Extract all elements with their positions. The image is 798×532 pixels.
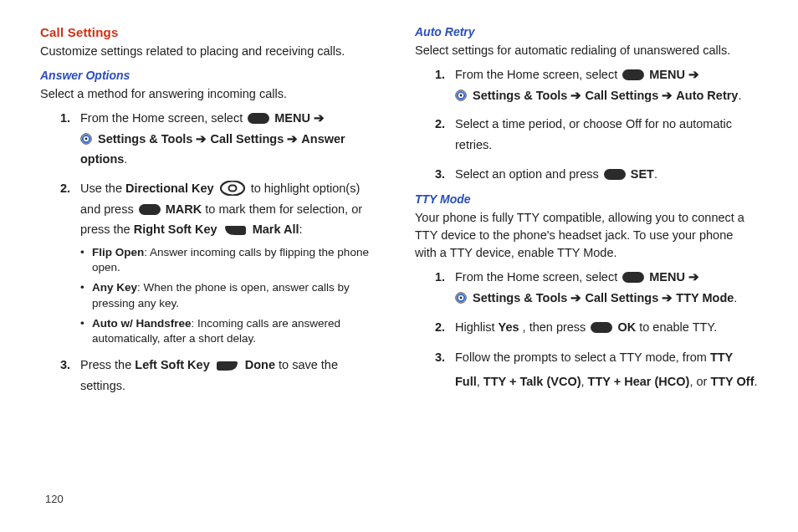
step-number: 2. xyxy=(60,178,70,199)
directional-key-label: Directional Key xyxy=(125,182,214,195)
option-name: Flip Open xyxy=(92,246,144,258)
settings-tools-label: Settings & Tools xyxy=(473,89,570,102)
colon: : xyxy=(299,223,303,236)
auto-retry-intro: Select settings for automatic redialing … xyxy=(415,42,758,59)
settings-tools-icon xyxy=(80,133,92,145)
step-2: 2. Use the Directional Key to highlight … xyxy=(60,178,383,346)
text: to enable TTY. xyxy=(639,320,717,334)
option-name: Any Key xyxy=(92,281,137,294)
step-number: 2. xyxy=(435,114,445,135)
text: Use the xyxy=(80,182,125,195)
call-settings-intro: Customize settings related to placing an… xyxy=(40,43,383,60)
manual-page: Call Settings Customize settings related… xyxy=(0,0,798,532)
right-column: Auto Retry Select settings for automatic… xyxy=(415,25,758,404)
step-2: 2. Highlist Yes , then press OK to enabl… xyxy=(435,317,758,338)
step-number: 2. xyxy=(435,317,445,338)
text: Follow the prompts to select a TTY mode,… xyxy=(455,350,710,364)
settings-tools-icon xyxy=(455,90,467,101)
directional-key-icon xyxy=(220,181,245,196)
period: . xyxy=(654,167,657,181)
step-1: 1. From the Home screen, select MENU ➔ S… xyxy=(60,108,383,170)
text: , then press xyxy=(523,320,590,334)
text: , or xyxy=(689,375,710,388)
menu-label: MENU xyxy=(274,111,314,125)
text: , xyxy=(581,375,588,388)
left-column: Call Settings Customize settings related… xyxy=(40,25,383,404)
step-3: 3. Press the Left Soft Key Done to save … xyxy=(60,355,383,396)
arrow-icon: ➔ xyxy=(688,270,699,284)
tty-hear-label: TTY + Hear (HCO) xyxy=(588,375,690,388)
step-number: 1. xyxy=(60,108,70,129)
text: Select a time period, or choose Off for … xyxy=(455,117,732,151)
call-settings-label: Call Settings xyxy=(585,291,662,304)
step-3: 3. Select an option and press SET. xyxy=(435,164,758,185)
tty-intro: Your phone is fully TTY compatible, allo… xyxy=(415,209,758,262)
tty-off-label: TTY Off xyxy=(710,375,754,388)
heading-answer-options: Answer Options xyxy=(40,69,383,82)
arrow-icon: ➔ xyxy=(314,111,325,125)
settings-tools-label: Settings & Tools xyxy=(98,132,196,146)
step-number: 3. xyxy=(435,345,445,370)
heading-tty-mode: TTY Mode xyxy=(415,192,758,206)
settings-tools-icon xyxy=(455,292,467,304)
ok-key-icon xyxy=(622,272,644,283)
right-soft-key-label: Right Soft Key xyxy=(134,223,217,236)
answer-options-list: Flip Open: Answer incoming calls by flip… xyxy=(80,245,383,346)
call-settings-label: Call Settings xyxy=(210,132,287,146)
left-soft-key-icon xyxy=(216,360,239,371)
left-soft-key-label: Left Soft Key xyxy=(135,358,209,371)
ok-key-icon xyxy=(591,322,612,333)
mark-label: MARK xyxy=(166,202,202,216)
ok-key-icon xyxy=(248,113,269,124)
menu-label: MENU xyxy=(649,68,688,81)
auto-retry-steps: 1. From the Home screen, select MENU ➔ S… xyxy=(435,64,758,184)
text: . xyxy=(755,375,758,388)
arrow-icon: ➔ xyxy=(662,89,673,102)
option-auto-handsfree: Auto w/ Handsfree: Incoming calls are an… xyxy=(80,316,383,346)
set-label: SET xyxy=(631,167,654,181)
step-number: 1. xyxy=(435,267,445,288)
ok-key-icon xyxy=(604,169,626,180)
text: Press the xyxy=(80,358,135,371)
done-label: Done xyxy=(245,358,275,371)
arrow-icon: ➔ xyxy=(688,68,699,81)
heading-auto-retry: Auto Retry xyxy=(415,25,758,38)
step-1: 1. From the Home screen, select MENU ➔ S… xyxy=(435,267,758,308)
option-flip-open: Flip Open: Answer incoming calls by flip… xyxy=(80,245,383,275)
text: , xyxy=(477,375,483,388)
text: Select an option and press xyxy=(455,167,602,181)
page-number: 120 xyxy=(45,493,64,505)
arrow-icon: ➔ xyxy=(570,89,581,102)
call-settings-label: Call Settings xyxy=(585,89,662,102)
period: . xyxy=(734,291,737,304)
text: From the Home screen, select xyxy=(80,111,246,125)
period: . xyxy=(738,89,741,102)
step-3: 3. Follow the prompts to select a TTY mo… xyxy=(435,345,758,394)
option-any-key: Any Key: When the phone is open, answer … xyxy=(80,280,383,310)
step-1: 1. From the Home screen, select MENU ➔ S… xyxy=(435,64,758,105)
tty-steps: 1. From the Home screen, select MENU ➔ S… xyxy=(435,267,758,394)
text: From the Home screen, select xyxy=(455,68,621,81)
arrow-icon: ➔ xyxy=(570,291,581,304)
period: . xyxy=(124,152,127,166)
step-number: 1. xyxy=(435,64,445,85)
settings-tools-label: Settings & Tools xyxy=(473,291,570,304)
mark-all-label: Mark All xyxy=(253,223,299,236)
step-2: 2. Select a time period, or choose Off f… xyxy=(435,114,758,155)
text: Highlist xyxy=(455,320,499,334)
auto-retry-label: Auto Retry xyxy=(676,89,738,102)
menu-label: MENU xyxy=(649,270,688,284)
ok-label: OK xyxy=(617,320,636,334)
step-number: 3. xyxy=(435,164,445,185)
ok-key-icon xyxy=(139,204,161,215)
option-name: Auto w/ Handsfree xyxy=(92,317,192,330)
tty-mode-label: TTY Mode xyxy=(676,291,734,304)
arrow-icon: ➔ xyxy=(196,132,207,146)
arrow-icon: ➔ xyxy=(287,132,298,146)
right-soft-key-icon xyxy=(223,224,247,236)
arrow-icon: ➔ xyxy=(662,291,673,304)
tty-talk-label: TTY + Talk (VCO) xyxy=(483,375,581,388)
heading-call-settings: Call Settings xyxy=(40,25,383,39)
step-number: 3. xyxy=(60,355,70,376)
answer-options-steps: 1. From the Home screen, select MENU ➔ S… xyxy=(60,108,383,396)
